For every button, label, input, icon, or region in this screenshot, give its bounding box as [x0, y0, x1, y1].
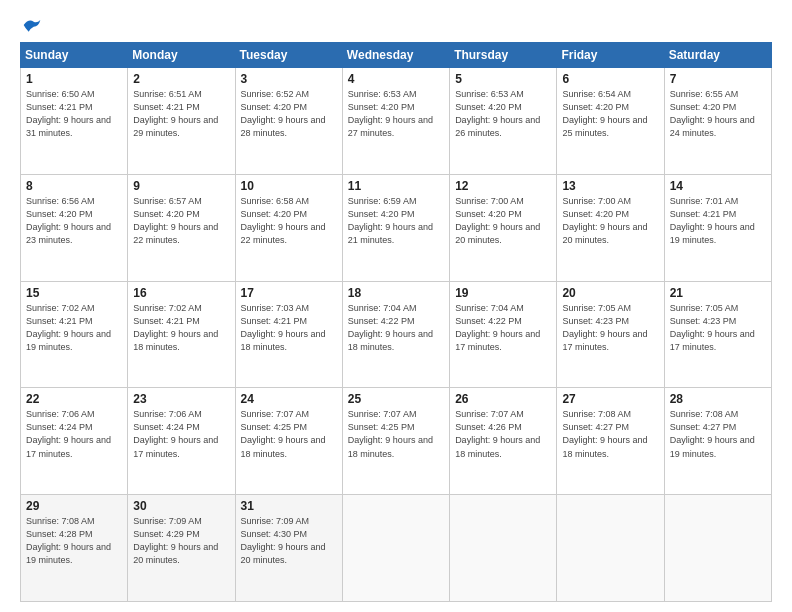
day-number: 26 — [455, 392, 551, 406]
weekday-header-saturday: Saturday — [664, 43, 771, 68]
day-number: 2 — [133, 72, 229, 86]
day-number: 23 — [133, 392, 229, 406]
day-number: 14 — [670, 179, 766, 193]
day-info: Sunrise: 7:06 AMSunset: 4:24 PMDaylight:… — [26, 409, 111, 458]
day-info: Sunrise: 7:08 AMSunset: 4:27 PMDaylight:… — [562, 409, 647, 458]
calendar-cell: 27 Sunrise: 7:08 AMSunset: 4:27 PMDaylig… — [557, 388, 664, 495]
day-number: 9 — [133, 179, 229, 193]
week-row-4: 22 Sunrise: 7:06 AMSunset: 4:24 PMDaylig… — [21, 388, 772, 495]
day-number: 17 — [241, 286, 337, 300]
weekday-header-monday: Monday — [128, 43, 235, 68]
calendar-cell: 21 Sunrise: 7:05 AMSunset: 4:23 PMDaylig… — [664, 281, 771, 388]
calendar-cell: 14 Sunrise: 7:01 AMSunset: 4:21 PMDaylig… — [664, 174, 771, 281]
calendar-cell: 17 Sunrise: 7:03 AMSunset: 4:21 PMDaylig… — [235, 281, 342, 388]
weekday-header-wednesday: Wednesday — [342, 43, 449, 68]
day-number: 27 — [562, 392, 658, 406]
week-row-1: 1 Sunrise: 6:50 AMSunset: 4:21 PMDayligh… — [21, 68, 772, 175]
day-number: 8 — [26, 179, 122, 193]
day-number: 1 — [26, 72, 122, 86]
calendar-cell: 15 Sunrise: 7:02 AMSunset: 4:21 PMDaylig… — [21, 281, 128, 388]
calendar-cell: 18 Sunrise: 7:04 AMSunset: 4:22 PMDaylig… — [342, 281, 449, 388]
day-info: Sunrise: 7:00 AMSunset: 4:20 PMDaylight:… — [455, 196, 540, 245]
calendar-cell: 16 Sunrise: 7:02 AMSunset: 4:21 PMDaylig… — [128, 281, 235, 388]
calendar-cell: 4 Sunrise: 6:53 AMSunset: 4:20 PMDayligh… — [342, 68, 449, 175]
day-number: 31 — [241, 499, 337, 513]
logo-bird-icon — [22, 16, 42, 34]
header — [20, 16, 772, 34]
calendar-cell: 7 Sunrise: 6:55 AMSunset: 4:20 PMDayligh… — [664, 68, 771, 175]
day-number: 28 — [670, 392, 766, 406]
calendar-cell: 12 Sunrise: 7:00 AMSunset: 4:20 PMDaylig… — [450, 174, 557, 281]
calendar-cell: 24 Sunrise: 7:07 AMSunset: 4:25 PMDaylig… — [235, 388, 342, 495]
day-number: 25 — [348, 392, 444, 406]
day-info: Sunrise: 6:56 AMSunset: 4:20 PMDaylight:… — [26, 196, 111, 245]
calendar-page: SundayMondayTuesdayWednesdayThursdayFrid… — [0, 0, 792, 612]
day-info: Sunrise: 7:09 AMSunset: 4:30 PMDaylight:… — [241, 516, 326, 565]
calendar-cell: 8 Sunrise: 6:56 AMSunset: 4:20 PMDayligh… — [21, 174, 128, 281]
calendar-cell: 30 Sunrise: 7:09 AMSunset: 4:29 PMDaylig… — [128, 495, 235, 602]
day-info: Sunrise: 7:01 AMSunset: 4:21 PMDaylight:… — [670, 196, 755, 245]
day-info: Sunrise: 7:07 AMSunset: 4:26 PMDaylight:… — [455, 409, 540, 458]
calendar-cell: 19 Sunrise: 7:04 AMSunset: 4:22 PMDaylig… — [450, 281, 557, 388]
day-number: 22 — [26, 392, 122, 406]
day-info: Sunrise: 7:04 AMSunset: 4:22 PMDaylight:… — [348, 303, 433, 352]
day-number: 3 — [241, 72, 337, 86]
day-number: 16 — [133, 286, 229, 300]
day-info: Sunrise: 7:05 AMSunset: 4:23 PMDaylight:… — [562, 303, 647, 352]
day-number: 5 — [455, 72, 551, 86]
calendar-cell: 28 Sunrise: 7:08 AMSunset: 4:27 PMDaylig… — [664, 388, 771, 495]
calendar-cell: 11 Sunrise: 6:59 AMSunset: 4:20 PMDaylig… — [342, 174, 449, 281]
day-info: Sunrise: 7:02 AMSunset: 4:21 PMDaylight:… — [26, 303, 111, 352]
calendar-cell: 5 Sunrise: 6:53 AMSunset: 4:20 PMDayligh… — [450, 68, 557, 175]
weekday-header-thursday: Thursday — [450, 43, 557, 68]
day-info: Sunrise: 7:07 AMSunset: 4:25 PMDaylight:… — [348, 409, 433, 458]
day-info: Sunrise: 7:09 AMSunset: 4:29 PMDaylight:… — [133, 516, 218, 565]
week-row-2: 8 Sunrise: 6:56 AMSunset: 4:20 PMDayligh… — [21, 174, 772, 281]
calendar-cell: 3 Sunrise: 6:52 AMSunset: 4:20 PMDayligh… — [235, 68, 342, 175]
logo — [20, 16, 42, 34]
calendar-table: SundayMondayTuesdayWednesdayThursdayFrid… — [20, 42, 772, 602]
day-number: 4 — [348, 72, 444, 86]
day-info: Sunrise: 6:50 AMSunset: 4:21 PMDaylight:… — [26, 89, 111, 138]
day-number: 12 — [455, 179, 551, 193]
day-info: Sunrise: 7:05 AMSunset: 4:23 PMDaylight:… — [670, 303, 755, 352]
day-info: Sunrise: 7:06 AMSunset: 4:24 PMDaylight:… — [133, 409, 218, 458]
week-row-3: 15 Sunrise: 7:02 AMSunset: 4:21 PMDaylig… — [21, 281, 772, 388]
calendar-cell: 20 Sunrise: 7:05 AMSunset: 4:23 PMDaylig… — [557, 281, 664, 388]
day-number: 7 — [670, 72, 766, 86]
calendar-cell — [557, 495, 664, 602]
day-number: 11 — [348, 179, 444, 193]
day-info: Sunrise: 6:53 AMSunset: 4:20 PMDaylight:… — [455, 89, 540, 138]
calendar-cell: 29 Sunrise: 7:08 AMSunset: 4:28 PMDaylig… — [21, 495, 128, 602]
day-number: 21 — [670, 286, 766, 300]
day-number: 18 — [348, 286, 444, 300]
calendar-cell: 10 Sunrise: 6:58 AMSunset: 4:20 PMDaylig… — [235, 174, 342, 281]
day-info: Sunrise: 6:52 AMSunset: 4:20 PMDaylight:… — [241, 89, 326, 138]
calendar-cell: 26 Sunrise: 7:07 AMSunset: 4:26 PMDaylig… — [450, 388, 557, 495]
day-info: Sunrise: 6:57 AMSunset: 4:20 PMDaylight:… — [133, 196, 218, 245]
day-info: Sunrise: 6:55 AMSunset: 4:20 PMDaylight:… — [670, 89, 755, 138]
calendar-cell: 31 Sunrise: 7:09 AMSunset: 4:30 PMDaylig… — [235, 495, 342, 602]
day-info: Sunrise: 6:53 AMSunset: 4:20 PMDaylight:… — [348, 89, 433, 138]
calendar-cell: 13 Sunrise: 7:00 AMSunset: 4:20 PMDaylig… — [557, 174, 664, 281]
day-number: 19 — [455, 286, 551, 300]
calendar-cell: 23 Sunrise: 7:06 AMSunset: 4:24 PMDaylig… — [128, 388, 235, 495]
weekday-header-friday: Friday — [557, 43, 664, 68]
calendar-cell — [450, 495, 557, 602]
day-info: Sunrise: 6:59 AMSunset: 4:20 PMDaylight:… — [348, 196, 433, 245]
weekday-header-tuesday: Tuesday — [235, 43, 342, 68]
day-number: 10 — [241, 179, 337, 193]
calendar-cell: 1 Sunrise: 6:50 AMSunset: 4:21 PMDayligh… — [21, 68, 128, 175]
day-info: Sunrise: 7:08 AMSunset: 4:27 PMDaylight:… — [670, 409, 755, 458]
day-info: Sunrise: 7:00 AMSunset: 4:20 PMDaylight:… — [562, 196, 647, 245]
calendar-cell — [664, 495, 771, 602]
day-info: Sunrise: 7:07 AMSunset: 4:25 PMDaylight:… — [241, 409, 326, 458]
day-info: Sunrise: 7:04 AMSunset: 4:22 PMDaylight:… — [455, 303, 540, 352]
day-info: Sunrise: 6:58 AMSunset: 4:20 PMDaylight:… — [241, 196, 326, 245]
day-number: 15 — [26, 286, 122, 300]
weekday-header-sunday: Sunday — [21, 43, 128, 68]
calendar-cell — [342, 495, 449, 602]
calendar-cell: 22 Sunrise: 7:06 AMSunset: 4:24 PMDaylig… — [21, 388, 128, 495]
day-number: 6 — [562, 72, 658, 86]
weekday-header-row: SundayMondayTuesdayWednesdayThursdayFrid… — [21, 43, 772, 68]
